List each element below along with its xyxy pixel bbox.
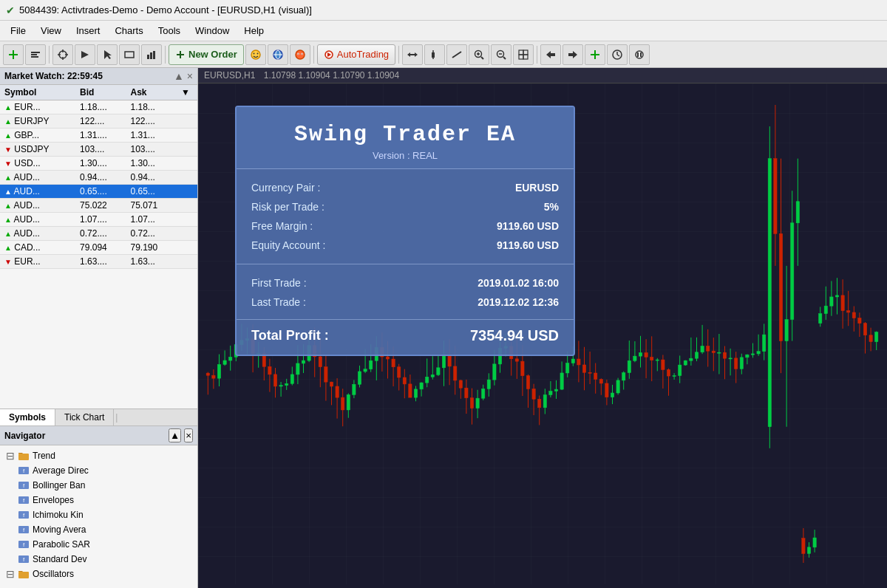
market-watch-row[interactable]: ▼ EUR... 1.63.... 1.63... (0, 255, 197, 269)
direction-icon: ▼ (4, 160, 12, 168)
toolbar-sep1 (49, 46, 50, 64)
svg-rect-286 (819, 314, 822, 324)
toolbar-back[interactable] (540, 44, 561, 65)
toolbar-rect[interactable] (119, 44, 140, 65)
menu-file[interactable]: File (3, 22, 33, 39)
tab-tick-chart[interactable]: Tick Chart (55, 409, 114, 425)
toolbar-btn2[interactable] (25, 44, 46, 65)
navigator-close[interactable]: × (184, 428, 193, 442)
chart-ohlc: 1.10798 1.10904 1.10790 1.10904 (264, 70, 400, 81)
svg-rect-140 (409, 384, 412, 397)
menu-view[interactable]: View (33, 22, 69, 39)
svg-rect-92 (273, 375, 276, 386)
market-watch-close[interactable]: × (187, 70, 193, 82)
ea-last-trade-row: Last Trade : 2019.12.02 12:36 (251, 293, 559, 312)
toolbar-smile[interactable] (245, 44, 266, 65)
toolbar-smiley2[interactable] (290, 44, 310, 65)
menu-charts[interactable]: Charts (107, 22, 150, 39)
market-watch-row[interactable]: ▲ AUD... 0.72.... 0.72... (0, 227, 197, 241)
svg-rect-242 (695, 352, 698, 358)
market-watch-row[interactable]: ▲ EUR... 1.18.... 1.18... (0, 100, 197, 114)
col-bid: Bid (75, 85, 126, 100)
toolbar-globe[interactable] (268, 44, 288, 65)
svg-rect-258 (740, 358, 743, 369)
toolbar-line[interactable] (446, 44, 467, 65)
toolbar-forward[interactable] (563, 44, 583, 65)
nav-envelopes[interactable]: f Envelopes (12, 493, 197, 507)
svg-line-47 (617, 55, 619, 56)
svg-rect-49 (18, 454, 29, 460)
svg-point-48 (636, 51, 643, 58)
autotrading-button[interactable]: AutoTrading (317, 44, 395, 65)
trend-label: Trend (33, 451, 55, 461)
toolbar-candle[interactable] (424, 44, 445, 65)
menu-tools[interactable]: Tools (151, 22, 188, 39)
svg-rect-162 (470, 398, 473, 408)
market-watch-row[interactable]: ▲ AUD... 0.65.... 0.65... (0, 185, 197, 199)
svg-rect-260 (746, 355, 749, 358)
market-watch-row[interactable]: ▲ EURJPY 122.... 122.... (0, 114, 197, 129)
toolbar-clock[interactable] (607, 44, 628, 65)
direction-icon: ▲ (4, 244, 12, 252)
toolbar-green-icon[interactable] (585, 44, 605, 65)
market-watch-tabs: Symbols Tick Chart | (0, 408, 197, 425)
chart-area[interactable]: EURUSD,H1 1.10798 1.10904 1.10790 1.1090… (198, 68, 887, 588)
market-watch-row[interactable]: ▲ CAD... 79.094 79.190 (0, 241, 197, 255)
svg-rect-306 (875, 332, 878, 342)
toolbar-arrow[interactable] (75, 44, 95, 65)
svg-rect-304 (869, 335, 872, 342)
svg-rect-40 (523, 50, 528, 55)
svg-rect-180 (521, 361, 524, 376)
svg-rect-294 (841, 295, 844, 311)
toolbar-cursor[interactable] (97, 44, 118, 65)
toolbar-zoom-in[interactable] (469, 44, 489, 65)
menu-window[interactable]: Window (188, 22, 237, 39)
nav-ichimoku[interactable]: f Ichimoku Kin (12, 507, 197, 522)
svg-rect-292 (835, 295, 838, 297)
toolbar-last-btn[interactable] (629, 44, 650, 65)
toolbar-arrows-lr[interactable] (402, 44, 423, 65)
toolbar-crosshair[interactable] (52, 44, 73, 65)
svg-rect-28 (432, 52, 435, 58)
nav-moving-avg[interactable]: f Moving Avera (12, 522, 197, 537)
toolbar-green-plus[interactable] (3, 44, 24, 65)
nav-oscillators-folder[interactable]: ⊟ Oscillators (0, 567, 197, 581)
nav-trend-folder[interactable]: ⊟ Trend (0, 448, 197, 463)
toolbar-zoom-out[interactable] (491, 44, 512, 65)
toolbar-chart-type[interactable] (141, 44, 162, 65)
market-watch-row[interactable]: ▲ AUD... 1.07.... 1.07... (0, 213, 197, 227)
svg-rect-220 (633, 356, 636, 360)
new-order-button[interactable]: New Order (169, 44, 244, 65)
market-watch-body: ▲ EUR... 1.18.... 1.18... ▲ EURJPY 122..… (0, 100, 197, 269)
menu-insert[interactable]: Insert (69, 22, 108, 39)
ea-equity-value: 9119.60 USD (497, 239, 559, 251)
market-watch-row[interactable]: ▼ USD... 1.30.... 1.30... (0, 157, 197, 171)
navigator-scroll-up[interactable]: ▲ (169, 428, 181, 442)
nav-parabolic[interactable]: f Parabolic SAR (12, 537, 197, 552)
nav-avg-dir[interactable]: f Average Direc (12, 463, 197, 478)
toolbar-sep2 (165, 46, 166, 64)
nav-std-dev[interactable]: f Standard Dev (12, 552, 197, 567)
svg-rect-10 (125, 52, 134, 58)
toolbar-squares[interactable] (513, 44, 534, 65)
market-watch-row[interactable]: ▲ AUD... 0.94.... 0.94... (0, 171, 197, 185)
svg-rect-2 (31, 52, 40, 53)
market-watch-row[interactable]: ▼ USDJPY 103.... 103.... (0, 143, 197, 157)
direction-icon: ▲ (4, 216, 12, 224)
indicator-icon-0: f (18, 465, 30, 476)
market-watch-row[interactable]: ▲ GBP... 1.31.... 1.31... (0, 129, 197, 143)
market-watch-row[interactable]: ▲ AUD... 75.022 75.071 (0, 199, 197, 213)
svg-rect-274 (785, 320, 788, 341)
menu-help[interactable]: Help (237, 22, 271, 39)
market-watch-scroll-up[interactable]: ▲ (174, 70, 184, 82)
col-scroll: ▼ (177, 85, 197, 100)
svg-rect-122 (358, 372, 361, 384)
tab-symbols[interactable]: Symbols (0, 409, 55, 425)
direction-icon: ▲ (4, 117, 12, 126)
nav-bollinger[interactable]: f Bollinger Ban (12, 478, 197, 493)
svg-rect-188 (543, 395, 546, 408)
svg-rect-214 (616, 380, 619, 393)
chart-symbol: EURUSD,H1 (204, 70, 255, 81)
svg-rect-270 (774, 159, 777, 234)
svg-rect-218 (628, 360, 631, 372)
